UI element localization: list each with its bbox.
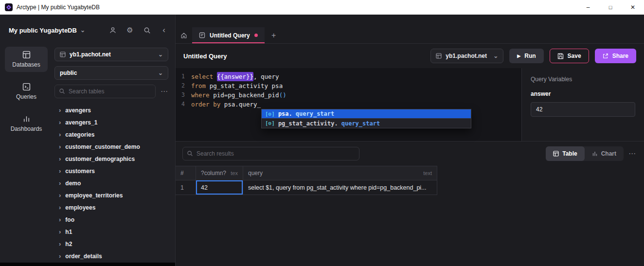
run-label: Run bbox=[524, 53, 536, 59]
table-more-button[interactable]: ⋯ bbox=[161, 87, 168, 96]
table-name: demo bbox=[65, 180, 81, 187]
databases-icon bbox=[22, 51, 31, 59]
search-icon bbox=[187, 150, 193, 157]
sql-keyword: order by bbox=[191, 100, 224, 109]
new-tab-button[interactable]: + bbox=[265, 27, 283, 43]
variable-value-input[interactable] bbox=[531, 102, 635, 117]
row-index-cell[interactable]: 1 bbox=[176, 180, 196, 195]
result-cell-column[interactable]: 42 bbox=[196, 180, 243, 195]
close-button[interactable]: ✕ bbox=[622, 0, 644, 15]
account-button[interactable] bbox=[108, 26, 117, 35]
sql-keyword: where bbox=[191, 90, 213, 100]
query-connection-name: yb1.pachot.net bbox=[446, 53, 487, 59]
chevron-right-icon: › bbox=[59, 253, 61, 259]
tab-label: Untitled Query bbox=[210, 32, 250, 39]
table-item-customer-customer-demo[interactable]: ›customer_customer_demo bbox=[54, 141, 168, 153]
editor-row: 1select {{answer}}, query 2from pg_stat_… bbox=[176, 68, 644, 141]
column-icon: [⊙] bbox=[265, 111, 275, 117]
collapse-sidebar-button[interactable]: ‹ bbox=[160, 26, 168, 35]
table-search bbox=[54, 85, 156, 98]
sql-editor[interactable]: 1select {{answer}}, query 2from pg_stat_… bbox=[176, 68, 521, 141]
table-search-input[interactable] bbox=[54, 85, 156, 98]
run-button[interactable]: ▶ Run bbox=[509, 49, 543, 63]
chart-view-label: Chart bbox=[601, 150, 616, 157]
query-file-icon bbox=[199, 32, 205, 38]
connection-select[interactable]: yb1.pachot.net ⌄ bbox=[54, 48, 168, 61]
table-item-avengers[interactable]: ›avengers bbox=[54, 104, 168, 116]
header-query[interactable]: query text bbox=[243, 166, 437, 180]
autocomplete-item[interactable]: [⊙] psa.query_start bbox=[262, 109, 471, 119]
settings-gear-button[interactable]: ⚙ bbox=[125, 26, 134, 35]
column-icon: [⊙] bbox=[265, 120, 275, 126]
save-label: Save bbox=[568, 53, 581, 59]
autocomplete-suffix: query_start bbox=[296, 110, 334, 117]
header-label: # bbox=[180, 170, 184, 177]
query-connection-select[interactable]: yb1.pachot.net ⌄ bbox=[430, 49, 503, 63]
sidebar-header-icons: ⚙ ‹ bbox=[108, 26, 168, 35]
tab-untitled-query[interactable]: Untitled Query bbox=[192, 27, 265, 43]
home-tab[interactable] bbox=[176, 27, 192, 43]
results-more-button[interactable]: ⋯ bbox=[628, 149, 636, 158]
result-cell-query[interactable]: select $1, query from pg_stat_activity w… bbox=[243, 180, 437, 195]
table-item-categories[interactable]: ›categories bbox=[54, 128, 168, 141]
chevron-right-icon: › bbox=[59, 119, 61, 125]
table-list: ›avengers ›avengers_1 ›categories ›custo… bbox=[54, 104, 168, 262]
sql-keyword: from bbox=[191, 81, 210, 90]
row-index: 1 bbox=[180, 184, 184, 191]
table-item-foo[interactable]: ›foo bbox=[54, 213, 168, 226]
header-index[interactable]: # bbox=[176, 166, 196, 180]
nav-item-queries[interactable]: Queries bbox=[5, 79, 48, 104]
results-search-input[interactable] bbox=[182, 147, 359, 160]
table-name: h1 bbox=[65, 229, 72, 235]
header-label: ?column? bbox=[201, 170, 226, 177]
chevron-down-icon: ⌄ bbox=[80, 27, 85, 33]
table-item-demo[interactable]: ›demo bbox=[54, 177, 168, 189]
save-button[interactable]: Save bbox=[550, 49, 589, 63]
table-item-h1[interactable]: ›h1 bbox=[54, 226, 168, 238]
workspace-selector[interactable]: My public YugabyteDB ⌄ bbox=[9, 27, 85, 34]
table-item-customers[interactable]: ›customers bbox=[54, 165, 168, 177]
table-item-employee-territories[interactable]: ›employee_territories bbox=[54, 189, 168, 201]
autocomplete-prefix: psa. bbox=[278, 110, 292, 117]
autocomplete-prefix: pg_stat_activity. bbox=[278, 120, 338, 127]
chevron-right-icon: › bbox=[59, 241, 61, 247]
table-item-avengers-1[interactable]: ›avengers_1 bbox=[54, 116, 168, 128]
table-item-customer-demographics[interactable]: ›customer_demographics bbox=[54, 153, 168, 165]
table-name: employees bbox=[65, 204, 95, 211]
tables-column: yb1.pachot.net ⌄ public ⌄ ⋯ ›avengers bbox=[53, 46, 175, 266]
chevron-right-icon: › bbox=[59, 180, 61, 186]
header-column[interactable]: ?column? tex bbox=[196, 166, 243, 180]
table-item-order-details[interactable]: ›order_details bbox=[54, 250, 168, 262]
sql-text: pg_stat_activity psa bbox=[210, 81, 283, 90]
line-number: 1 bbox=[176, 72, 191, 81]
share-label: Share bbox=[612, 53, 628, 59]
chevron-right-icon: › bbox=[59, 192, 61, 198]
cell-value: 42 bbox=[201, 184, 208, 191]
chevron-right-icon: › bbox=[59, 156, 61, 162]
schema-select[interactable]: public ⌄ bbox=[54, 66, 168, 80]
chevron-down-icon: ⌄ bbox=[158, 52, 163, 57]
nav-label: Databases bbox=[12, 61, 40, 68]
editor-line: 4order by psa.query_ bbox=[176, 100, 521, 109]
table-view-button[interactable]: Table bbox=[546, 146, 584, 161]
results-grid: # ?column? tex query text 1 42 select $1… bbox=[176, 166, 437, 195]
chevron-right-icon: › bbox=[59, 229, 61, 235]
share-button[interactable]: Share bbox=[595, 49, 636, 63]
nav-item-dashboards[interactable]: Dashboards bbox=[5, 111, 48, 136]
queries-icon bbox=[22, 83, 31, 91]
table-item-h2[interactable]: ›h2 bbox=[54, 238, 168, 250]
chevron-right-icon: › bbox=[59, 216, 61, 223]
home-icon bbox=[180, 32, 187, 39]
autocomplete-item[interactable]: [⊙] pg_stat_activity.query_start bbox=[262, 119, 471, 128]
table-name: avengers bbox=[65, 107, 91, 114]
nav-item-databases[interactable]: Databases bbox=[5, 47, 48, 72]
maximize-button[interactable]: □ bbox=[599, 0, 622, 15]
results-search bbox=[182, 147, 359, 160]
chart-view-button[interactable]: Chart bbox=[585, 146, 624, 161]
minimize-button[interactable]: – bbox=[577, 0, 599, 15]
search-button[interactable] bbox=[143, 26, 151, 35]
left-panel: My public YugabyteDB ⌄ ⚙ ‹ Databases bbox=[0, 15, 175, 266]
window-titlebar: Arctype | My public YugabyteDB – □ ✕ bbox=[0, 0, 644, 15]
table-item-employees[interactable]: ›employees bbox=[54, 201, 168, 213]
sidebar-header: My public YugabyteDB ⌄ ⚙ ‹ bbox=[0, 15, 175, 46]
